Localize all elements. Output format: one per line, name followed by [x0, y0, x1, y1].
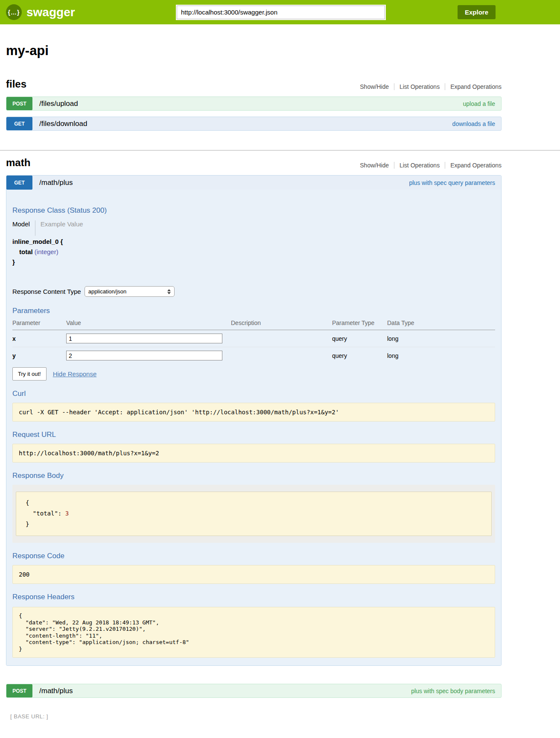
param-row-y: y query long	[12, 347, 495, 364]
math-section-title: math	[6, 157, 30, 169]
op-summary-link[interactable]: plus with spec query parameters	[409, 179, 495, 186]
col-header-parameter-type: Parameter Type	[332, 319, 387, 330]
parameters-table: Parameter Value Description Parameter Ty…	[12, 319, 495, 364]
files-expand-operations-link[interactable]: Expand Operations	[445, 83, 502, 90]
response-content-type-select[interactable]: application/json	[85, 286, 175, 297]
response-headers-heading: Response Headers	[12, 593, 495, 601]
col-header-value: Value	[66, 319, 231, 330]
param-data-type: long	[387, 347, 495, 364]
files-section-header: files Show/Hide List Operations Expand O…	[6, 78, 502, 90]
response-content-type-label: Response Content Type	[12, 288, 81, 295]
col-header-data-type: Data Type	[387, 319, 495, 330]
get-method-badge: GET	[6, 117, 32, 130]
try-it-out-button[interactable]: Try it out!	[12, 367, 47, 381]
op-summary-link[interactable]: plus with spec body parameters	[411, 688, 495, 694]
response-class-heading: Response Class (Status 200)	[12, 190, 495, 215]
base-url-footer: [ BASE URL: ]	[10, 713, 502, 730]
model-tabs: Model Example Value	[12, 220, 495, 236]
param-description	[231, 347, 332, 364]
op-row-get-math-plus[interactable]: GET /math/plus plus with spec query para…	[6, 176, 501, 190]
op-path-link[interactable]: /math/plus	[39, 179, 73, 187]
parameters-heading: Parameters	[12, 307, 495, 315]
math-expand-operations-link[interactable]: Expand Operations	[445, 162, 502, 169]
response-code-value: 200	[12, 565, 495, 584]
section-divider	[0, 150, 560, 151]
param-type: query	[332, 347, 387, 364]
select-arrows-icon	[167, 289, 171, 294]
curl-command: curl -X GET --header 'Accept: applicatio…	[12, 403, 495, 422]
tryout-row: Try it out! Hide Response	[12, 367, 495, 381]
op-path-link[interactable]: /math/plus	[39, 687, 73, 695]
op-summary-link[interactable]: upload a file	[463, 100, 495, 107]
param-type: query	[332, 330, 387, 347]
files-show-hide-link[interactable]: Show/Hide	[355, 83, 394, 90]
tab-model[interactable]: Model	[12, 220, 35, 236]
curl-heading: Curl	[12, 390, 495, 398]
post-method-badge: POST	[6, 97, 32, 110]
response-content-type-row: Response Content Type application/json	[12, 286, 495, 297]
col-header-description: Description	[231, 319, 332, 330]
op-detail-body: Response Class (Status 200) Model Exampl…	[6, 190, 501, 665]
op-summary-link[interactable]: downloads a file	[452, 120, 495, 127]
param-x-value-input[interactable]	[66, 334, 222, 343]
swagger-logo-icon: {…}	[6, 4, 22, 20]
brand-title: swagger	[26, 6, 75, 19]
top-bar: {…} swagger Explore	[0, 0, 560, 24]
math-show-hide-link[interactable]: Show/Hide	[355, 162, 394, 169]
response-body-json: { "total": 3 }	[16, 492, 492, 536]
op-panel-get-math-plus: GET /math/plus plus with spec query para…	[6, 175, 502, 666]
api-title: my-api	[6, 43, 502, 59]
main-content: my-api files Show/Hide List Operations E…	[6, 43, 502, 730]
math-section-header: math Show/Hide List Operations Expand Op…	[6, 157, 502, 169]
get-method-badge: GET	[6, 176, 32, 190]
tab-example-value[interactable]: Example Value	[35, 220, 83, 236]
param-description	[231, 330, 332, 347]
request-url-value: http://localhost:3000/math/plus?x=1&y=2	[12, 444, 495, 463]
op-row-post-files-upload[interactable]: POST /files/upload upload a file	[6, 97, 502, 111]
model-open: inline_model_0 {	[12, 237, 495, 247]
explore-button[interactable]: Explore	[458, 5, 496, 19]
math-list-operations-link[interactable]: List Operations	[394, 162, 445, 169]
response-body-wrapper: { "total": 3 }	[12, 485, 495, 543]
model-close: }	[12, 257, 495, 267]
param-row-x: x query long	[12, 330, 495, 347]
op-path-link[interactable]: /files/download	[39, 120, 87, 128]
op-row-post-math-plus[interactable]: POST /math/plus plus with spec body para…	[6, 684, 502, 698]
col-header-parameter: Parameter	[12, 319, 66, 330]
files-section-title: files	[6, 78, 26, 90]
post-method-badge: POST	[6, 684, 32, 697]
param-y-value-input[interactable]	[66, 351, 222, 360]
response-code-heading: Response Code	[12, 552, 495, 560]
json-number-value: 3	[65, 510, 69, 517]
param-data-type: long	[387, 330, 495, 347]
model-prop-type: (integer)	[33, 248, 58, 255]
selected-content-type: application/json	[88, 288, 127, 295]
spec-url-input[interactable]	[177, 6, 385, 19]
hide-response-link[interactable]: Hide Response	[53, 370, 97, 378]
response-headers-json: { "date": "Wed, 22 Aug 2018 18:49:13 GMT…	[12, 607, 495, 658]
param-name: x	[12, 330, 66, 347]
response-body-heading: Response Body	[12, 472, 495, 480]
op-row-get-files-download[interactable]: GET /files/download downloads a file	[6, 117, 502, 131]
model-prop-name: total	[19, 248, 33, 255]
param-name: y	[12, 347, 66, 364]
model-signature: inline_model_0 { total (integer) }	[12, 237, 495, 267]
request-url-heading: Request URL	[12, 430, 495, 439]
op-path-link[interactable]: /files/upload	[39, 100, 78, 108]
files-list-operations-link[interactable]: List Operations	[394, 83, 445, 90]
swagger-brand[interactable]: {…} swagger	[6, 4, 177, 20]
